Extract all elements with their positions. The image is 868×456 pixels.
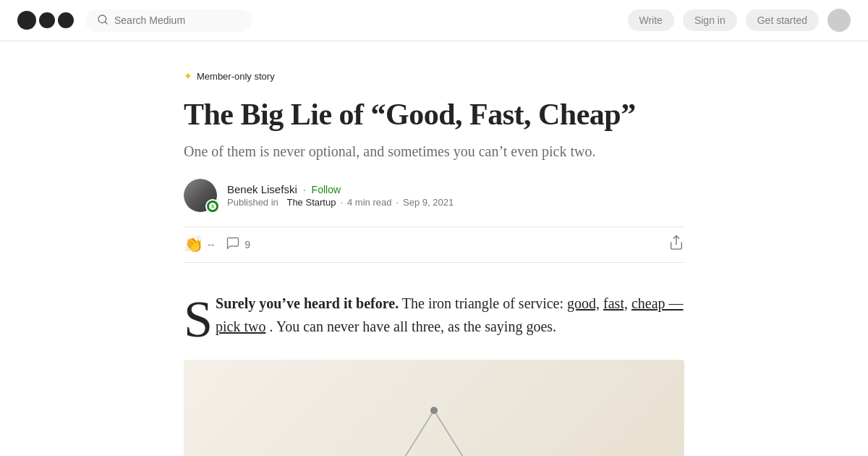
author-meta: Published in The Startup · 4 min read · …: [227, 197, 454, 208]
publish-date: Sep 9, 2021: [403, 197, 454, 208]
article-main: ✦ Member-only story The Big Lie of “Good…: [166, 41, 702, 456]
header-nav: Write Sign in Get started: [628, 9, 851, 32]
article-paragraph: S Surely you’ve heard it before. The iro…: [184, 292, 684, 338]
link-good[interactable]: good,: [567, 295, 600, 311]
publication-name[interactable]: The Startup: [286, 197, 336, 208]
article-title: The Big Lie of “Good, Fast, Cheap”: [184, 96, 684, 132]
drop-cap: S: [184, 297, 213, 342]
search-icon: [97, 14, 109, 28]
author-row: S Benek Lisefski · Follow Published in T…: [184, 179, 684, 212]
actions-left: 👏 -- 9: [184, 235, 250, 254]
member-badge: ✦ Member-only story: [184, 70, 684, 82]
site-header: Write Sign in Get started: [0, 0, 868, 41]
getstarted-button[interactable]: Get started: [746, 9, 819, 31]
star-icon: ✦: [184, 70, 192, 82]
comment-icon: [226, 236, 240, 254]
comment-count: 9: [244, 239, 250, 250]
article-text: Surely you’ve heard it before. The iron …: [216, 295, 684, 334]
svg-marker-3: [398, 410, 470, 456]
user-avatar-button[interactable]: [827, 9, 851, 32]
author-name-row: Benek Lisefski · Follow: [227, 183, 454, 195]
follow-button[interactable]: Follow: [312, 184, 341, 195]
signin-button[interactable]: Sign in: [683, 9, 737, 31]
article-bold: Surely you’ve heard it before.: [216, 295, 399, 311]
logo-circle-1: [17, 11, 36, 30]
pub-badge-inner: S: [209, 203, 216, 210]
svg-line-1: [105, 22, 107, 24]
search-input[interactable]: [114, 14, 240, 26]
member-badge-text: Member-only story: [197, 71, 275, 82]
clap-button[interactable]: 👏 --: [184, 235, 214, 254]
author-avatar-wrap: S: [184, 179, 217, 212]
logo-circle-3: [58, 12, 74, 28]
publication-badge: S: [205, 199, 220, 214]
link-fast[interactable]: fast,: [603, 295, 628, 311]
author-info: Benek Lisefski · Follow Published in The…: [227, 183, 454, 208]
search-bar[interactable]: [85, 9, 252, 32]
write-button[interactable]: Write: [628, 9, 674, 31]
share-button[interactable]: [668, 235, 684, 255]
read-time: 4 min read: [347, 197, 391, 208]
article-end-text: . You can never have all three, as the s…: [269, 318, 556, 334]
author-separator: ·: [303, 184, 306, 195]
article-body: S Surely you’ve heard it before. The iro…: [184, 292, 684, 338]
article-subtitle: One of them is never optional, and somet…: [184, 141, 684, 161]
author-name[interactable]: Benek Lisefski: [227, 183, 297, 195]
clap-count: --: [208, 239, 214, 250]
clap-icon: 👏: [184, 235, 203, 254]
triangle-diagram: [391, 403, 477, 456]
comment-button[interactable]: 9: [226, 236, 250, 254]
article-image: [184, 360, 684, 456]
meta-dot-2: ·: [396, 197, 399, 208]
actions-right: [668, 235, 684, 255]
logo-icon: [17, 11, 74, 30]
actions-bar: 👏 -- 9: [184, 227, 684, 263]
svg-point-4: [430, 407, 438, 414]
meta-dot-1: ·: [340, 197, 343, 208]
article-regular-text: The iron triangle of service:: [402, 295, 567, 311]
published-in-label: Published in: [227, 197, 278, 208]
logo-circle-2: [39, 12, 55, 28]
medium-logo[interactable]: [17, 11, 74, 30]
